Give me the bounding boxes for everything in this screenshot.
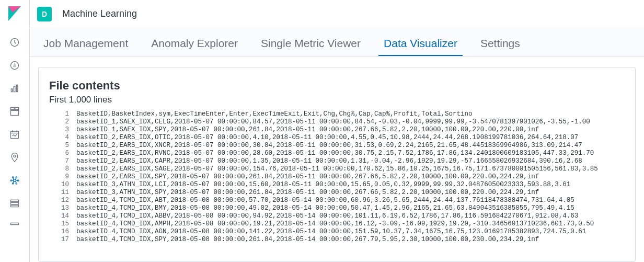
visualize-icon[interactable] — [9, 83, 20, 94]
discover-icon[interactable] — [9, 60, 20, 71]
topbar: D Machine Learning — [30, 0, 644, 28]
tab-anomaly-explorer[interactable]: Anomaly Explorer — [146, 28, 243, 56]
main-area: D Machine Learning Job ManagementAnomaly… — [30, 0, 644, 262]
svg-rect-9 — [15, 108, 19, 110]
svg-rect-5 — [11, 89, 13, 92]
svg-rect-7 — [16, 85, 18, 92]
svg-rect-22 — [11, 205, 19, 207]
panel-subtitle: First 1,000 lines — [49, 95, 625, 105]
svg-marker-4 — [14, 63, 16, 67]
file-contents-panel: File contents First 1,000 lines 1 2 3 4 … — [38, 67, 636, 262]
ml-icon[interactable] — [9, 175, 20, 186]
dashboard-icon[interactable] — [9, 106, 20, 117]
more-icon[interactable] — [9, 221, 20, 232]
svg-rect-10 — [11, 110, 19, 115]
tab-single-metric-viewer[interactable]: Single Metric Viewer — [256, 28, 366, 56]
line-text: BasketID,BasketIndex,sym,ExecTimeEnter,E… — [76, 110, 625, 244]
svg-rect-20 — [11, 200, 19, 201]
svg-rect-6 — [14, 87, 15, 92]
kibana-logo[interactable] — [6, 5, 23, 22]
file-lines-viewer: 1 2 3 4 5 6 7 8 9 10 11 12 13 14 15 16 1… — [49, 110, 625, 244]
tab-job-management[interactable]: Job Management — [38, 28, 133, 56]
recent-icon[interactable] — [9, 37, 20, 48]
svg-rect-23 — [11, 223, 19, 224]
infra-icon[interactable] — [9, 198, 20, 209]
space-selector[interactable]: D — [37, 7, 52, 21]
tabs-bar: Job ManagementAnomaly ExplorerSingle Met… — [30, 28, 644, 56]
svg-rect-21 — [11, 202, 19, 204]
svg-point-12 — [14, 155, 16, 157]
maps-icon[interactable] — [9, 152, 20, 163]
svg-rect-8 — [11, 108, 15, 110]
tab-data-visualizer[interactable]: Data Visualizer — [378, 28, 463, 56]
content-area: File contents First 1,000 lines 1 2 3 4 … — [30, 56, 644, 262]
timelion-icon[interactable] — [9, 129, 20, 140]
panel-title: File contents — [49, 79, 625, 93]
side-nav — [0, 0, 30, 262]
app-title: Machine Learning — [62, 8, 137, 19]
svg-rect-11 — [11, 131, 19, 138]
line-numbers: 1 2 3 4 5 6 7 8 9 10 11 12 13 14 15 16 1… — [49, 110, 76, 244]
tab-settings[interactable]: Settings — [475, 28, 525, 56]
